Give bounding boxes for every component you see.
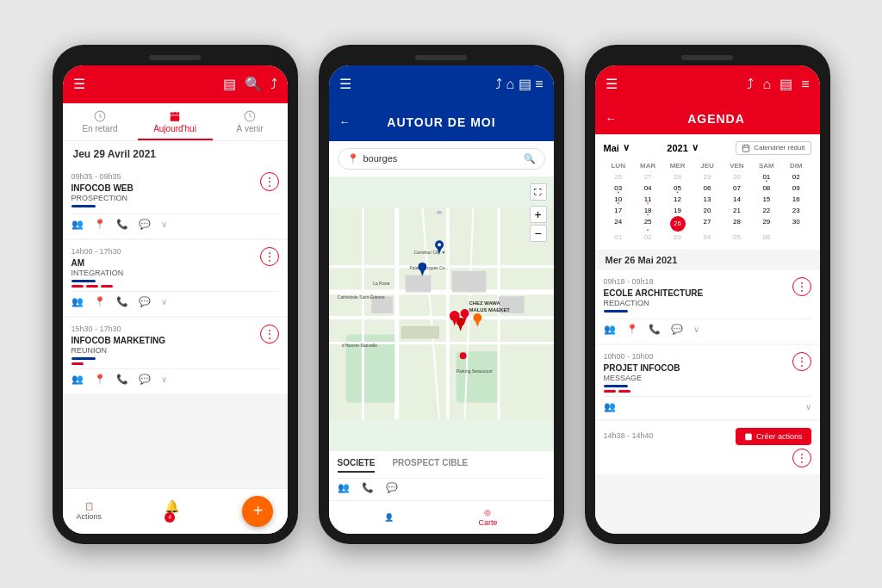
message-icon-2[interactable]: 💬 (139, 296, 151, 307)
phone3-event-1-more-btn[interactable]: ⋮ (792, 277, 811, 296)
cal-day[interactable]: 03 (662, 232, 692, 243)
cal-day[interactable]: 01 (752, 171, 781, 183)
menu-icon[interactable]: ☰ (73, 76, 85, 92)
tab-prospect[interactable]: PROSPECT CIBLE (392, 458, 468, 473)
tab-en-retard[interactable]: En retard (63, 103, 138, 140)
phone-icon-4[interactable]: 📞 (649, 324, 661, 335)
cal-day[interactable]: 27 (693, 216, 722, 232)
location-icon[interactable]: 📍 (94, 219, 106, 230)
cal-day[interactable]: 25 (633, 216, 662, 232)
back-btn-3[interactable]: ← (606, 112, 617, 125)
event-2-more-btn[interactable]: ⋮ (260, 247, 279, 266)
search-field[interactable]: bourges (363, 153, 524, 164)
cal-day[interactable]: 11 (633, 194, 662, 205)
contact-icon-2[interactable]: 👥 (71, 296, 84, 307)
notifications-button[interactable]: 🔔 4 (165, 498, 179, 524)
location-icon-3[interactable]: 📍 (94, 374, 106, 385)
phone-icon-3[interactable]: 📞 (116, 374, 128, 385)
back-btn-2[interactable]: ← (329, 115, 351, 128)
cal-day[interactable]: 30 (722, 171, 751, 183)
search-icon-2[interactable]: 🔍 (524, 153, 536, 164)
expand-icon-4[interactable]: ∨ (693, 325, 699, 334)
nav-contacts[interactable]: 👤 (384, 513, 394, 522)
create-actions-button[interactable]: Créer actions (736, 428, 811, 445)
cal-day[interactable]: 24 (604, 216, 633, 232)
cal-day[interactable]: 26 (604, 171, 633, 183)
tab-aujourd-hui[interactable]: Aujourd'hui (138, 103, 213, 140)
cal-day[interactable]: 23 (781, 205, 811, 216)
cal-day[interactable]: 06 (752, 232, 781, 243)
cal-day-today[interactable]: 26 (670, 216, 686, 232)
cal-day[interactable]: 22 (752, 205, 781, 216)
cal-day[interactable]: 13 (693, 194, 722, 205)
filter-icon-3[interactable]: ≡ (801, 77, 809, 92)
cal-day[interactable]: 17 (604, 205, 633, 216)
zoom-out-btn[interactable]: − (530, 225, 547, 242)
cal-day[interactable]: 27 (633, 171, 662, 183)
menu-icon-2[interactable]: ☰ (339, 76, 351, 92)
cal-day[interactable]: 05 (662, 183, 692, 194)
home-icon-2[interactable]: ⌂ (506, 77, 515, 91)
cal-day[interactable]: 02 (633, 232, 662, 243)
cal-day[interactable]: 04 (633, 183, 662, 194)
cal-day[interactable]: 07 (722, 183, 751, 194)
cal-day[interactable]: 28 (722, 216, 751, 232)
cal-day[interactable]: 08 (752, 183, 781, 194)
list-icon-2[interactable]: ▤ (519, 77, 531, 91)
cal-day[interactable]: 21 (722, 205, 751, 216)
cal-day[interactable]: 12 (662, 194, 692, 205)
contact-icon-4[interactable]: 👥 (604, 324, 616, 335)
cal-day[interactable]: 09 (781, 183, 811, 194)
cal-day[interactable]: 28 (662, 171, 692, 183)
contact-icon-3[interactable]: 👥 (71, 374, 84, 385)
event-3-more-btn[interactable]: ⋮ (260, 325, 279, 344)
expand-icon-5[interactable]: ∨ (805, 402, 811, 412)
tab-societe[interactable]: SOCIETE (338, 458, 376, 473)
cal-day[interactable]: 20 (693, 205, 722, 216)
search-icon[interactable]: 🔍 (245, 76, 262, 92)
cal-day[interactable]: 10 (604, 194, 633, 205)
contact-icon-map[interactable]: 👥 (338, 482, 350, 493)
contact-icon[interactable]: 👥 (71, 219, 84, 230)
actions-button[interactable]: 📋 Actions (77, 502, 102, 521)
share-icon-2[interactable]: ⤴ (495, 77, 502, 91)
message-icon-map[interactable]: 💬 (386, 482, 398, 493)
expand-map-btn[interactable]: ⛶ (530, 183, 547, 201)
expand-icon-2[interactable]: ∨ (161, 297, 167, 306)
cal-day[interactable]: 19 (662, 205, 692, 216)
cal-day[interactable]: 29 (693, 171, 722, 183)
cal-day[interactable]: 05 (722, 232, 751, 243)
zoom-in-btn[interactable]: + (530, 206, 547, 223)
cal-day[interactable]: 14 (722, 194, 751, 205)
message-icon-3[interactable]: 💬 (139, 374, 151, 385)
phone-icon-2[interactable]: 📞 (116, 296, 128, 307)
month-selector[interactable]: Mai ∨ (604, 142, 630, 153)
calendar-icon[interactable]: ▤ (223, 76, 236, 92)
home-icon-3[interactable]: ⌂ (762, 77, 771, 92)
nav-carte[interactable]: ◎ Carte (478, 508, 497, 527)
cal-day[interactable]: 16 (781, 194, 811, 205)
cal-day[interactable]: 03 (604, 183, 633, 194)
fab-add-button[interactable]: + (242, 496, 273, 527)
phone2-map[interactable]: CHEZ WAWA MALUS MAEKET Carrefour City ▼ … (329, 176, 554, 450)
cal-day[interactable]: 01 (604, 232, 633, 243)
cal-day[interactable]: 02 (781, 171, 811, 183)
share-icon-3[interactable]: ⤴ (747, 77, 754, 92)
message-icon-4[interactable]: 💬 (671, 324, 683, 335)
cal-day[interactable]: 15 (752, 194, 781, 205)
tab-a-venir[interactable]: À venir (213, 103, 288, 140)
cal-day[interactable]: 30 (781, 216, 811, 232)
location-icon-2[interactable]: 📍 (94, 296, 106, 307)
list-icon-3[interactable]: ▤ (780, 76, 792, 92)
message-icon[interactable]: 💬 (139, 219, 151, 230)
cal-day[interactable]: 29 (752, 216, 781, 232)
event-1-more-btn[interactable]: ⋮ (260, 172, 279, 191)
contact-icon-5[interactable]: 👥 (604, 401, 616, 412)
share-icon[interactable]: ⤴ (270, 77, 277, 92)
reduced-calendar-btn[interactable]: Calendrier réduit (736, 141, 811, 155)
phone3-event-3-more-btn[interactable]: ⋮ (792, 449, 811, 467)
expand-icon[interactable]: ∨ (161, 220, 167, 229)
cal-day[interactable]: 06 (693, 183, 722, 194)
menu-icon-3[interactable]: ☰ (606, 76, 618, 92)
phone-icon-map[interactable]: 📞 (362, 482, 374, 493)
